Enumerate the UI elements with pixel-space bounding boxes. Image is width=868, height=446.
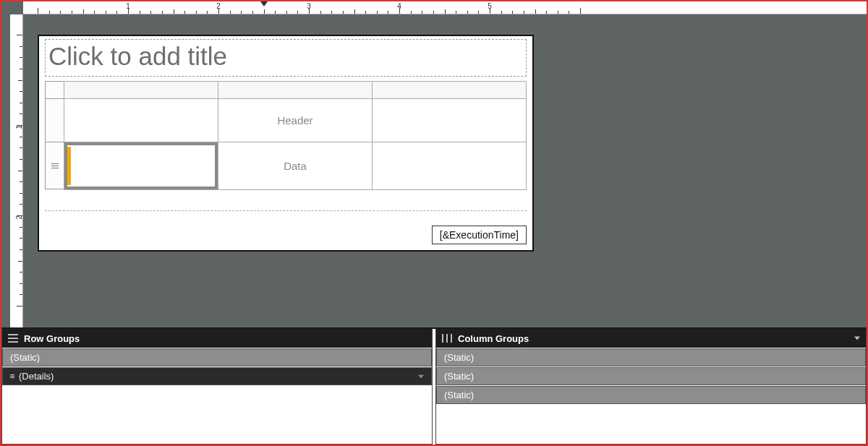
tablix-row-handles [45, 81, 64, 190]
report-title-placeholder[interactable]: Click to add title [45, 39, 527, 77]
row-groups-icon [8, 334, 18, 343]
execution-time-textbox[interactable]: [&ExecutionTime] [432, 226, 527, 244]
row-group-item[interactable]: (Static) [2, 348, 432, 366]
design-surface[interactable]: 12345 12 Click to add title [1, 1, 867, 329]
column-header-cell[interactable] [373, 82, 527, 99]
column-group-label: (Static) [444, 390, 474, 400]
ruler-horizontal[interactable]: 12345 [23, 1, 867, 14]
tablix-corner-handle[interactable] [45, 81, 64, 98]
tablix-header-row-handle[interactable] [45, 98, 64, 142]
tablix-header-cell[interactable] [373, 99, 527, 142]
row-group-label: (Static) [10, 352, 40, 363]
body-footer-separator [45, 210, 527, 211]
column-groups-icon [442, 334, 452, 343]
tablix-data-cell-selected[interactable] [64, 142, 218, 190]
column-groups-list: (Static)(Static)(Static) [436, 348, 866, 444]
tablix-table[interactable]: Header Data [64, 81, 527, 190]
ruler-caret-icon [260, 1, 268, 7]
row-group-label: (Details) [19, 371, 54, 382]
ruler-h-label: 3 [307, 2, 311, 10]
column-groups-header[interactable]: Column Groups [436, 329, 866, 348]
tablix-data-row-handle[interactable] [45, 142, 64, 189]
ruler-h-label: 5 [488, 2, 492, 10]
report-designer-window: 12345 12 Click to add title [0, 0, 868, 446]
column-groups-panel: Column Groups (Static)(Static)(Static) [435, 329, 867, 445]
tablix-header-cell[interactable]: Header [218, 99, 373, 142]
row-groups-title: Row Groups [24, 333, 80, 344]
ruler-h-label: 2 [216, 2, 221, 10]
column-header-cell[interactable] [218, 82, 373, 99]
column-group-item[interactable]: (Static) [436, 386, 866, 404]
ruler-h-label: 1 [126, 2, 130, 10]
column-groups-title: Column Groups [458, 333, 529, 344]
row-groups-header[interactable]: Row Groups [2, 329, 432, 348]
tablix-header-cell[interactable] [64, 99, 218, 142]
tablix-data-cell[interactable]: Data [218, 142, 373, 190]
column-group-label: (Static) [444, 371, 474, 382]
details-handle-icon [10, 374, 14, 378]
selection-caret [67, 147, 71, 185]
ruler-h-label: 4 [397, 2, 401, 10]
column-group-label: (Static) [444, 352, 474, 363]
grouping-pane: Row Groups (Static)(Details) Column Grou… [1, 329, 867, 445]
column-groups-menu-caret-icon[interactable] [854, 337, 860, 340]
column-group-item[interactable]: (Static) [436, 367, 866, 385]
row-group-item[interactable]: (Details) [2, 367, 432, 385]
row-groups-list: (Static)(Details) [2, 348, 432, 444]
column-group-item[interactable]: (Static) [436, 348, 866, 366]
column-header-cell[interactable] [64, 82, 218, 99]
tablix-data-cell[interactable] [373, 142, 527, 190]
row-groups-panel: Row Groups (Static)(Details) [1, 329, 433, 445]
ruler-vertical[interactable]: 12 [10, 14, 23, 327]
details-row-icon [51, 163, 59, 168]
selection-border [64, 142, 218, 189]
report-page[interactable]: Click to add title [38, 35, 534, 252]
ruler-v-label: 1 [16, 125, 24, 129]
ruler-v-label: 2 [16, 215, 24, 220]
tablix-region[interactable]: Header Data [45, 81, 527, 190]
